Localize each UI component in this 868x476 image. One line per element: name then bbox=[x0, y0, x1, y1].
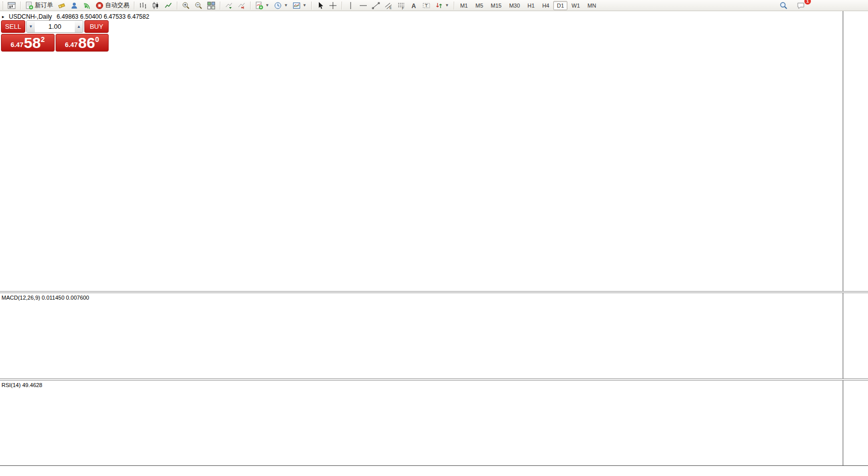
zoom-in-icon bbox=[182, 2, 190, 10]
svg-text:A: A bbox=[411, 2, 416, 9]
vertical-line-button[interactable] bbox=[345, 0, 357, 11]
auto-scroll-icon bbox=[225, 2, 233, 10]
panel-divider-macd[interactable] bbox=[0, 291, 868, 293]
toolbar-separator bbox=[20, 2, 21, 10]
channel-icon: E bbox=[384, 2, 393, 10]
chart-collapse-arrow[interactable]: ▸ bbox=[2, 14, 5, 19]
horizontal-line-icon bbox=[359, 2, 367, 10]
channel-button[interactable]: E bbox=[382, 0, 395, 11]
bars-chart-icon bbox=[139, 2, 147, 10]
chart-ohlc-values: 6.49863 6.50400 6.47533 6.47582 bbox=[57, 13, 150, 20]
community-icon bbox=[70, 2, 78, 10]
candles-chart-button[interactable] bbox=[150, 0, 162, 11]
timeframe-M5-button[interactable]: M5 bbox=[472, 1, 487, 10]
cursor-icon bbox=[316, 2, 324, 10]
signals-icon bbox=[83, 2, 91, 10]
line-chart-icon bbox=[164, 2, 172, 10]
templates-button[interactable]: ▼ bbox=[291, 0, 309, 11]
toolbar-separator bbox=[177, 2, 177, 10]
tile-windows-button[interactable] bbox=[205, 0, 217, 11]
eraser-button[interactable] bbox=[56, 0, 68, 11]
candles-chart-icon bbox=[152, 2, 160, 10]
cursor-button[interactable] bbox=[314, 0, 326, 11]
timeframe-M1-button[interactable]: M1 bbox=[457, 1, 471, 10]
timeframe-MN-button[interactable]: MN bbox=[584, 1, 600, 10]
macd-indicator-label: MACD(12,26,9) 0.011450 0.007600 bbox=[2, 295, 89, 301]
svg-text:E: E bbox=[390, 6, 392, 10]
chart-symbol-title: USDCNH-,Daily bbox=[9, 13, 52, 20]
volume-stepper: ▼ ▲ bbox=[26, 20, 83, 33]
buy-price-base: 6.47 bbox=[65, 41, 78, 49]
new-order-button[interactable]: 新订单 bbox=[23, 0, 55, 11]
volume-decrease-button[interactable]: ▼ bbox=[27, 21, 35, 32]
chart-shift-icon bbox=[237, 2, 246, 10]
arrows-button[interactable]: ▼ bbox=[433, 0, 451, 11]
chevron-down-icon[interactable]: ▼ bbox=[284, 3, 288, 8]
buy-button[interactable]: BUY bbox=[84, 20, 109, 33]
toolbar-separator bbox=[220, 2, 220, 10]
text-button[interactable]: A bbox=[408, 0, 420, 11]
new-order-label: 新订单 bbox=[35, 1, 53, 10]
toolbar-separator bbox=[311, 2, 312, 10]
vertical-line-icon bbox=[347, 2, 355, 10]
community-button[interactable] bbox=[68, 0, 80, 11]
new-chart-icon bbox=[8, 2, 16, 10]
buy-price-sup: 0 bbox=[95, 35, 99, 43]
autotrade-label: 自动交易 bbox=[105, 1, 129, 10]
auto-scroll-button[interactable] bbox=[223, 0, 235, 11]
toolbar-separator bbox=[454, 2, 454, 10]
timeframe-M15-button[interactable]: M15 bbox=[487, 1, 505, 10]
chevron-down-icon[interactable]: ▼ bbox=[445, 3, 449, 8]
toolbar: 新订单自动交易▼▼▼EFAT▼M1M5M15M30H1H4D1W1MN 1 bbox=[0, 0, 868, 11]
search-button[interactable] bbox=[778, 0, 790, 11]
volume-input[interactable] bbox=[35, 21, 75, 32]
fibonacci-icon: F bbox=[397, 2, 405, 10]
chart-canvas bbox=[0, 0, 868, 476]
trendline-button[interactable] bbox=[370, 0, 382, 11]
chart-shift-button[interactable] bbox=[235, 0, 248, 11]
panel-divider-rsi[interactable] bbox=[0, 378, 868, 380]
periods-button[interactable]: ▼ bbox=[272, 0, 290, 11]
horizontal-line-button[interactable] bbox=[357, 0, 369, 11]
buy-price-display[interactable]: 6.47 86 0 bbox=[56, 34, 109, 52]
chevron-down-icon[interactable]: ▼ bbox=[265, 3, 269, 8]
timeframe-D1-button[interactable]: D1 bbox=[553, 1, 567, 10]
sell-price-display[interactable]: 6.47 58 2 bbox=[1, 34, 55, 52]
new-order-icon bbox=[25, 2, 33, 10]
time-axis-border bbox=[0, 465, 868, 466]
chevron-down-icon[interactable]: ▼ bbox=[303, 3, 307, 8]
autotrade-button[interactable]: 自动交易 bbox=[93, 0, 131, 11]
timeframe-H4-button[interactable]: H4 bbox=[539, 1, 553, 10]
autotrade-icon bbox=[95, 2, 104, 10]
text-label-button[interactable]: T bbox=[420, 0, 432, 11]
zoom-out-button[interactable] bbox=[192, 0, 205, 11]
sell-button[interactable]: SELL bbox=[1, 20, 25, 33]
tile-windows-icon bbox=[207, 2, 215, 10]
buy-price-big: 86 bbox=[78, 34, 95, 51]
toolbar-grip bbox=[3, 2, 4, 10]
timeframe-M30-button[interactable]: M30 bbox=[506, 1, 523, 10]
text-icon: A bbox=[410, 2, 418, 10]
timeframe-W1-button[interactable]: W1 bbox=[568, 1, 584, 10]
periods-icon bbox=[274, 2, 282, 10]
crosshair-button[interactable] bbox=[327, 0, 339, 11]
zoom-out-icon bbox=[195, 2, 203, 10]
signals-button[interactable] bbox=[81, 0, 93, 11]
indicators-icon bbox=[255, 2, 263, 10]
sell-price-base: 6.47 bbox=[11, 41, 23, 49]
notification-badge: 1 bbox=[804, 0, 811, 5]
bars-chart-button[interactable] bbox=[137, 0, 149, 11]
indicators-button[interactable]: ▼ bbox=[253, 0, 271, 11]
line-chart-button[interactable] bbox=[162, 0, 174, 11]
volume-increase-button[interactable]: ▲ bbox=[75, 21, 83, 32]
timeframe-H1-button[interactable]: H1 bbox=[524, 1, 538, 10]
fibonacci-button[interactable]: F bbox=[395, 0, 407, 11]
chat-button[interactable]: 1 bbox=[795, 0, 807, 11]
sell-price-big: 58 bbox=[24, 34, 40, 51]
chat-icon bbox=[797, 2, 805, 10]
svg-text:T: T bbox=[425, 3, 428, 8]
zoom-in-button[interactable] bbox=[180, 0, 192, 11]
svg-text:F: F bbox=[402, 6, 404, 10]
mt4-window: 新订单自动交易▼▼▼EFAT▼M1M5M15M30H1H4D1W1MN 1 ▸ … bbox=[0, 0, 868, 476]
new-chart-button[interactable] bbox=[6, 0, 18, 11]
